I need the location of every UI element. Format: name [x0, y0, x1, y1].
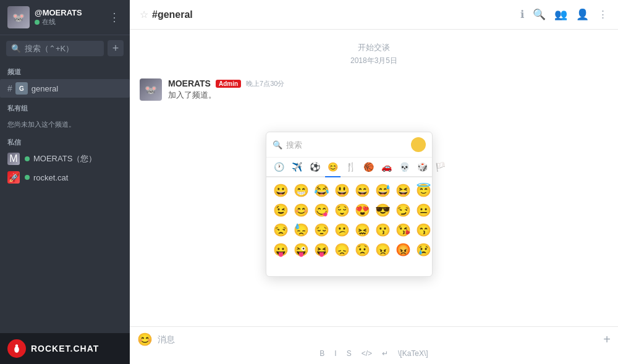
katex-button[interactable]: \[KaTeX\]	[398, 349, 428, 358]
emoji-cell[interactable]: 😎	[373, 201, 392, 219]
search-input-wrap[interactable]: 🔍	[6, 41, 104, 56]
dm-status-rocketcat	[25, 175, 30, 180]
svg-point-0	[14, 346, 19, 353]
emoji-cat-food[interactable]: 🍴	[343, 160, 358, 174]
emoji-cell[interactable]: 😡	[394, 240, 413, 259]
dm-item-moerats[interactable]: M MOERATS（您）	[0, 150, 130, 168]
emoji-grid: 😀😁😂😃😄😅😆😇😈😉😊😋😌😍😎😏😐😑😒😓😔😕😖😗😘😙😚😛😜😝😞😟😠😡😢😣	[271, 181, 427, 259]
dm-label: 私信	[0, 132, 130, 150]
header-left: ☆ #general	[140, 9, 520, 20]
main-header: ☆ #general ℹ 🔍 👥 👤 ⋮	[130, 0, 618, 30]
emoji-cell[interactable]: 😇	[414, 181, 432, 200]
username: @MOERATS	[35, 8, 106, 17]
header-right: ℹ 🔍 👥 👤 ⋮	[520, 8, 608, 21]
emoji-cell[interactable]: 😄	[353, 181, 372, 200]
emoji-cell[interactable]: 😝	[312, 240, 331, 259]
emoji-cell[interactable]: 😛	[271, 240, 290, 259]
emoji-cat-objects[interactable]: 💀	[397, 160, 412, 174]
message-input[interactable]	[158, 334, 598, 344]
message-avatar: 🐭	[140, 78, 162, 101]
footer-logo-text: ROCKET.CHAT	[31, 344, 99, 353]
emoji-cat-activity[interactable]: 🏀	[361, 160, 376, 174]
emoji-cell[interactable]: 😂	[312, 181, 331, 200]
message-input-area: 😊 + B I S </> ↵ \[KaTeX\]	[130, 326, 618, 364]
members-icon[interactable]: 👥	[554, 8, 567, 21]
conversation-start-text: 开始交谈	[140, 42, 608, 53]
channel-icon: G	[15, 82, 28, 95]
emoji-cell[interactable]: 😐	[414, 201, 432, 219]
dm-avatar-rocketcat: 🚀	[7, 171, 20, 184]
multiline-button[interactable]: ↵	[382, 349, 388, 358]
add-channel-button[interactable]: +	[108, 40, 124, 56]
emoji-cell[interactable]: 😞	[332, 240, 352, 259]
message-author: MOERATS	[168, 78, 211, 88]
strike-button[interactable]: S	[347, 349, 352, 358]
send-plus-button[interactable]: +	[603, 332, 611, 347]
status-row: 在线	[35, 17, 106, 27]
emoji-cell[interactable]: 😟	[353, 240, 372, 259]
emoji-cell[interactable]: 😢	[414, 240, 432, 259]
input-row: 😊 +	[137, 332, 611, 347]
emoji-cat-sports[interactable]: ⚽	[307, 160, 323, 174]
emoji-cell[interactable]: 😗	[373, 221, 392, 239]
dm-item-rocketcat[interactable]: 🚀 rocket.cat	[0, 168, 130, 187]
bold-button[interactable]: B	[320, 349, 324, 358]
emoji-tone-button[interactable]	[411, 137, 426, 152]
emoji-cell[interactable]: 😀	[271, 181, 290, 200]
user-icon[interactable]: 👤	[576, 8, 589, 21]
dm-name-moerats: MOERATS（您）	[33, 153, 96, 164]
messages-area: 开始交谈 2018年3月5日 🐭 MOERATS Admin 晚上7点30分 加…	[130, 30, 618, 326]
emoji-cat-travel[interactable]: ✈️	[289, 160, 305, 174]
dm-avatar-moerats: M	[7, 153, 20, 165]
emoji-cell[interactable]: 😍	[353, 201, 372, 219]
channels-label: 频道	[0, 61, 130, 79]
message-content: MOERATS Admin 晚上7点30分 加入了频道。	[168, 78, 608, 101]
info-icon[interactable]: ℹ	[520, 8, 524, 21]
emoji-cell[interactable]: 😕	[332, 221, 352, 239]
emoji-search-row: 🔍	[266, 132, 432, 158]
status-dot	[35, 20, 40, 25]
emoji-cell[interactable]: 😠	[373, 240, 392, 259]
star-icon[interactable]: ☆	[140, 9, 148, 20]
emoji-search-icon: 🔍	[273, 140, 282, 150]
emoji-cell[interactable]: 😓	[292, 221, 311, 239]
italic-button[interactable]: I	[334, 349, 336, 358]
conversation-start: 开始交谈 2018年3月5日	[140, 42, 608, 66]
search-icon[interactable]: 🔍	[533, 8, 546, 21]
emoji-cell[interactable]: 😜	[292, 240, 311, 259]
message-badge: Admin	[216, 80, 241, 88]
message-row: 🐭 MOERATS Admin 晚上7点30分 加入了频道。	[140, 78, 608, 101]
emoji-cat-travel2[interactable]: 🚗	[379, 160, 394, 174]
emoji-cell[interactable]: 😌	[332, 201, 352, 219]
emoji-cell[interactable]: 😊	[292, 201, 311, 219]
emoji-cat-symbols[interactable]: 🎲	[415, 160, 430, 174]
emoji-search-input[interactable]	[286, 140, 407, 150]
search-input[interactable]	[25, 44, 99, 53]
emoji-cell[interactable]: 😏	[394, 201, 413, 219]
sidebar-item-general[interactable]: # G general	[0, 79, 130, 98]
emoji-button[interactable]: 😊	[137, 332, 153, 347]
emoji-cell[interactable]: 😁	[292, 181, 311, 200]
sidebar-menu-button[interactable]: ⋮	[106, 9, 122, 25]
emoji-cell[interactable]: 😃	[332, 181, 352, 200]
code-button[interactable]: </>	[362, 349, 372, 358]
avatar: 🐭	[7, 6, 30, 28]
emoji-cell[interactable]: 😋	[312, 201, 331, 219]
dm-status-moerats	[25, 156, 30, 161]
options-icon[interactable]: ⋮	[598, 8, 608, 21]
user-info: @MOERATS 在线	[35, 8, 106, 27]
emoji-cell[interactable]: 😉	[271, 201, 290, 219]
emoji-cell[interactable]: 😅	[373, 181, 392, 200]
emoji-cat-flags[interactable]: 🏳️	[433, 160, 448, 174]
emoji-cat-smileys[interactable]: 😊	[325, 160, 341, 174]
emoji-cell[interactable]: 😔	[312, 221, 331, 239]
groups-label: 私有组	[0, 98, 130, 116]
emoji-cell[interactable]: 😙	[414, 221, 432, 239]
emoji-cell[interactable]: 😖	[353, 221, 372, 239]
svg-point-1	[15, 344, 19, 347]
emoji-grid-wrap[interactable]: 😀😁😂😃😄😅😆😇😈😉😊😋😌😍😎😏😐😑😒😓😔😕😖😗😘😙😚😛😜😝😞😟😠😡😢😣	[266, 177, 432, 276]
emoji-cell[interactable]: 😆	[394, 181, 413, 200]
emoji-cat-recent[interactable]: 🕐	[271, 160, 287, 174]
emoji-cell[interactable]: 😘	[394, 221, 413, 239]
emoji-cell[interactable]: 😒	[271, 221, 290, 239]
